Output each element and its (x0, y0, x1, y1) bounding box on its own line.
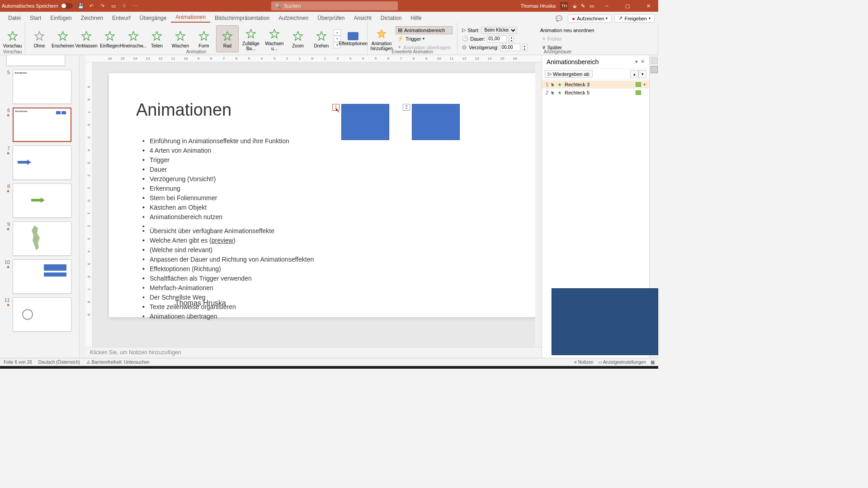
tab-record[interactable]: Aufzeichnen (274, 14, 313, 23)
anim-list-item-1[interactable]: 1 🖱 ★ Rechteck 3 ▼ (542, 80, 649, 89)
anim-floatin[interactable]: Hineinschw... (122, 25, 145, 52)
anim-wheel[interactable]: Rad (216, 25, 239, 52)
anim-none[interactable]: Ohne (28, 25, 51, 52)
thumb-9[interactable] (13, 221, 71, 256)
vlc-icon[interactable]: ▲ (116, 366, 131, 369)
notes-pane[interactable]: Klicken Sie, um Notizen hinzuzufügen (85, 347, 542, 358)
tab-slideshow[interactable]: Bildschirmpräsentation (210, 14, 274, 23)
rectangle-5[interactable] (412, 104, 460, 140)
anim-spin[interactable]: Drehen (310, 25, 333, 52)
thumbnail-panel[interactable]: 5Animationen 6★Animationen 7★ 8★ 9★ 10★ … (0, 55, 79, 358)
sync-icon[interactable]: ⬙ (573, 3, 576, 9)
anim-wipe[interactable]: Wischen (169, 25, 192, 52)
app-icon-5[interactable]: ◉ (230, 366, 245, 369)
tab-file[interactable]: Datei (4, 14, 25, 23)
coming-soon-icon[interactable]: ✎ (581, 3, 585, 9)
duration-input[interactable] (487, 35, 507, 42)
thumbnail-scrollbar[interactable] (79, 55, 85, 358)
pane-close[interactable]: ✕ (641, 59, 645, 65)
tab-draw[interactable]: Zeichnen (76, 14, 108, 23)
app-icon-8[interactable]: ▭ (295, 366, 310, 369)
obs-icon[interactable]: ⬤ (213, 366, 229, 369)
anim-fade[interactable]: Verblassen (75, 25, 98, 52)
anim-growturn[interactable]: Wachsen u... (263, 25, 286, 52)
save-icon[interactable]: 💾 (77, 2, 85, 9)
app-icon-4[interactable]: ◫ (197, 366, 212, 369)
move-earlier-button[interactable]: ∧Früher (540, 35, 594, 43)
trigger-button[interactable]: ⚡Trigger▾ (396, 35, 453, 43)
language-indicator[interactable]: Deutsch (Österreich) (38, 360, 80, 365)
pane-dropdown[interactable]: ▾ (635, 59, 638, 65)
autosave-toggle[interactable]: Automatisches Speichern (2, 3, 73, 9)
add-animation-button[interactable]: Animation hinzufügen (370, 25, 393, 52)
anim-appear[interactable]: Erscheinen (52, 25, 74, 52)
telegram-icon[interactable]: ✈ (181, 366, 196, 369)
tab-design[interactable]: Entwurf (108, 14, 135, 23)
app-icon-7[interactable]: ▭ (278, 366, 294, 369)
user-avatar[interactable]: TH (560, 2, 568, 10)
thumb-4[interactable] (6, 55, 65, 66)
accessibility-check[interactable]: ⚠ Barrierefreiheit: Untersuchen (86, 360, 150, 365)
thumb-7[interactable] (13, 145, 71, 180)
rectangle-3[interactable] (341, 104, 389, 140)
search-input[interactable] (284, 3, 394, 9)
thumb-10[interactable] (13, 259, 71, 294)
anim-flyin[interactable]: Einfliegen (99, 25, 121, 52)
thumb-5[interactable]: Animationen (13, 70, 71, 104)
anim-randombars[interactable]: Zufällige Ba... (240, 25, 262, 52)
share-button[interactable]: ↗Freigeben▾ (614, 14, 655, 23)
powerpoint-icon[interactable]: P (83, 366, 99, 369)
user-name[interactable]: Thomas Hruska (520, 3, 556, 9)
toggle-switch[interactable] (61, 3, 73, 9)
anim-shape[interactable]: Form (193, 25, 215, 52)
preview-button[interactable]: Vorschau (3, 25, 22, 52)
tab-animations[interactable]: Animationen (171, 13, 210, 23)
app-icon[interactable]: ◉ (99, 366, 115, 369)
start-button[interactable]: ⊞ (2, 366, 17, 369)
tab-insert[interactable]: Einfügen (46, 14, 76, 23)
firefox-icon[interactable]: 🦊 (34, 366, 50, 369)
side-tool-2[interactable] (651, 66, 658, 73)
notes-toggle[interactable]: ≡ Notizen (574, 360, 594, 365)
anim-zoom[interactable]: Zoom (287, 25, 309, 52)
thumb-11[interactable] (13, 297, 71, 332)
slide-body[interactable]: Einführung in Animationseffekte und ihre… (141, 136, 314, 321)
app-icon-3[interactable]: ◐ (148, 366, 164, 369)
anim-list-item-2[interactable]: 2 🖱 ★ Rechteck 5 (542, 89, 649, 97)
slide-counter[interactable]: Folie 6 von 26 (4, 360, 32, 365)
anim-tag-2[interactable]: 2 (403, 104, 410, 111)
search-box[interactable]: 🔍 (271, 1, 398, 10)
move-up-button[interactable]: ▴ (630, 70, 638, 78)
start-select[interactable]: Beim Klicken (481, 27, 517, 34)
edge-icon[interactable]: 🌊 (262, 366, 278, 369)
item-dropdown[interactable]: ▼ (643, 83, 647, 87)
comments-icon[interactable]: 💬 (553, 14, 565, 23)
thumb-8[interactable] (13, 183, 71, 218)
tab-home[interactable]: Start (25, 14, 46, 23)
touch-mode-icon[interactable]: ☟ (121, 2, 128, 9)
canvas-area[interactable]: Animationen Einführung in Animationseffe… (93, 62, 535, 347)
onenote-icon[interactable]: N (165, 366, 180, 369)
maximize-button[interactable]: ▢ (619, 0, 636, 12)
redo-icon[interactable]: ↷ (99, 2, 106, 9)
app-icon-2[interactable]: ▦ (132, 366, 147, 369)
from-beginning-icon[interactable]: ▭ (110, 2, 117, 9)
window-icon[interactable]: ▭ (590, 3, 594, 9)
tab-help[interactable]: Hilfe (406, 14, 426, 23)
tab-review[interactable]: Überprüfen (313, 14, 349, 23)
slide-canvas[interactable]: Animationen Einführung in Animationseffe… (109, 73, 535, 317)
duration-spinner[interactable]: ▴▾ (509, 35, 514, 42)
explorer-icon[interactable]: 📁 (18, 366, 33, 369)
chrome-icon[interactable]: 🌐 (51, 366, 66, 369)
record-button[interactable]: ●Aufzeichnen▾ (568, 14, 612, 23)
tab-transitions[interactable]: Übergänge (135, 14, 171, 23)
outlook-icon[interactable]: ✉ (67, 366, 82, 369)
more-icon[interactable]: ⋯ (132, 2, 139, 9)
side-tool-1[interactable] (651, 57, 658, 64)
play-from-button[interactable]: ▷Wiedergeben ab (545, 70, 593, 78)
slide-title[interactable]: Animationen (136, 100, 231, 120)
thumb-6[interactable]: Animationen (13, 108, 71, 142)
display-settings[interactable]: ▭ Anzeigeeinstellungen (598, 360, 646, 365)
tab-view[interactable]: Ansicht (349, 14, 376, 23)
editor-scrollbar-v[interactable] (535, 62, 542, 347)
